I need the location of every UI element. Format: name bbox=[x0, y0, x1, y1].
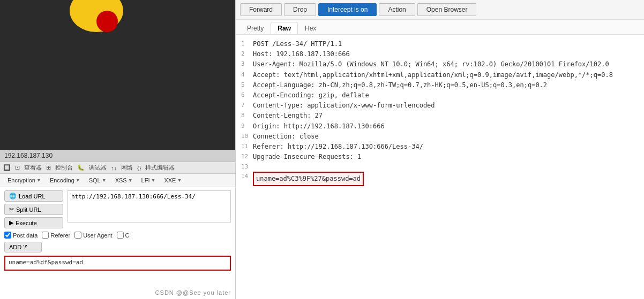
inspect-icon[interactable]: 🔲 bbox=[3, 164, 11, 171]
debug-icon[interactable]: 🐛 bbox=[77, 164, 85, 171]
right-panel: Forward Drop Intercept is on Action Open… bbox=[236, 0, 644, 299]
line-content: Accept: text/html,application/xhtml+xml,… bbox=[253, 70, 639, 80]
line-content: Content-Type: application/x-www-form-url… bbox=[253, 101, 639, 111]
console-icon[interactable]: ⊡ bbox=[15, 164, 20, 171]
control-icon[interactable]: ⊞ bbox=[46, 164, 51, 171]
request-line: 10Connection: close bbox=[241, 132, 639, 142]
line-content: Referer: http://192.168.187.130:666/Less… bbox=[253, 142, 639, 152]
xss-arrow: ▼ bbox=[128, 178, 133, 183]
load-split-buttons: 🌐 Load URL ✂ Split URL ▶ Execute bbox=[4, 190, 63, 228]
request-line: 8Content-Length: 27 bbox=[241, 111, 639, 121]
network-icon[interactable]: ↑↓ bbox=[111, 165, 117, 171]
line-number: 11 bbox=[241, 142, 253, 151]
intercept-button[interactable]: Intercept is on bbox=[318, 3, 377, 16]
encoding-menu[interactable]: Encoding ▼ bbox=[47, 176, 84, 185]
execute-button[interactable]: ▶ Execute bbox=[4, 217, 63, 228]
line-content: Content-Length: 27 bbox=[253, 111, 639, 121]
security-menu-bar: Encryption ▼ Encoding ▼ SQL ▼ XSS ▼ LFI … bbox=[0, 174, 235, 187]
c-checkbox-label[interactable]: C bbox=[117, 232, 130, 239]
line-content: Accept-Encoding: gzip, deflate bbox=[253, 90, 639, 101]
request-line: 5Accept-Language: zh-CN,zh;q=0.8,zh-TW;q… bbox=[241, 80, 639, 90]
browser-preview bbox=[0, 0, 235, 150]
referer-checkbox[interactable] bbox=[42, 232, 49, 239]
control-label[interactable]: 控制台 bbox=[55, 164, 73, 172]
line-number: 14 bbox=[241, 172, 253, 181]
line-number: 9 bbox=[241, 121, 253, 131]
checkboxes-row: Post data Referer User Agent C bbox=[4, 232, 231, 239]
request-line: 11Referer: http://192.168.187.130:666/Le… bbox=[241, 142, 639, 152]
request-line: 3User-Agent: Mozilla/5.0 (Windows NT 10.… bbox=[241, 59, 639, 70]
style-label[interactable]: 样式编辑器 bbox=[145, 164, 175, 172]
forward-button[interactable]: Forward bbox=[240, 3, 282, 16]
tab-hex[interactable]: Hex bbox=[298, 22, 323, 34]
ip-bar: 192.168.187.130 bbox=[0, 150, 235, 162]
devtools-toolbar: 🔲 ⊡ 查看器 ⊞ 控制台 🐛 调试器 ↑↓ 网络 {} 样式编辑器 bbox=[0, 162, 235, 174]
line-number: 10 bbox=[241, 132, 253, 141]
intercept-toolbar: Forward Drop Intercept is on Action Open… bbox=[236, 0, 644, 20]
request-line: 6Accept-Encoding: gzip, deflate bbox=[241, 90, 639, 101]
split-url-button[interactable]: ✂ Split URL bbox=[4, 204, 63, 215]
request-content: 1POST /Less-34/ HTTP/1.12Host: 192.168.1… bbox=[236, 35, 644, 299]
network-label[interactable]: 网络 bbox=[121, 164, 133, 172]
ip-address: 192.168.187.130 bbox=[4, 152, 53, 159]
post-data-checkbox[interactable] bbox=[4, 232, 11, 239]
line-number: 2 bbox=[241, 49, 253, 59]
url-area: 🌐 Load URL ✂ Split URL ▶ Execute http://… bbox=[0, 187, 235, 299]
line-number: 12 bbox=[241, 152, 253, 162]
open-browser-button[interactable]: Open Browser bbox=[417, 3, 477, 16]
load-url-icon: 🌐 bbox=[9, 193, 17, 200]
line-content: POST /Less-34/ HTTP/1.1 bbox=[253, 39, 639, 49]
line-number: 6 bbox=[241, 90, 253, 100]
encoding-arrow: ▼ bbox=[76, 178, 80, 183]
line-content: Host: 192.168.187.130:666 bbox=[253, 49, 639, 59]
sql-arrow: ▼ bbox=[102, 178, 107, 183]
user-agent-checkbox-label[interactable]: User Agent bbox=[74, 232, 112, 239]
encryption-arrow: ▼ bbox=[36, 178, 41, 183]
tab-pretty[interactable]: Pretty bbox=[240, 22, 271, 34]
line-number: 4 bbox=[241, 70, 253, 80]
drop-button[interactable]: Drop bbox=[284, 3, 316, 16]
watermark: CSDN @@See you later bbox=[155, 289, 231, 296]
view-tabs: Pretty Raw Hex bbox=[236, 20, 644, 35]
request-line: 14uname=ad%C3%9F%27&passwd=ad bbox=[241, 172, 639, 186]
line-content: Connection: close bbox=[253, 132, 639, 142]
add-button[interactable]: ADD '/' bbox=[4, 242, 42, 252]
line-content: User-Agent: Mozilla/5.0 (Windows NT 10.0… bbox=[253, 59, 639, 70]
post-data-box[interactable]: uname=ad%df&passwd=ad bbox=[4, 256, 231, 271]
action-button[interactable]: Action bbox=[379, 3, 415, 16]
xxe-arrow: ▼ bbox=[177, 178, 182, 183]
load-url-button[interactable]: 🌐 Load URL bbox=[4, 190, 63, 202]
request-line: 9Origin: http://192.168.187.130:666 bbox=[241, 121, 639, 132]
xss-menu[interactable]: XSS ▼ bbox=[112, 176, 136, 185]
encryption-menu[interactable]: Encryption ▼ bbox=[4, 176, 44, 185]
sql-menu[interactable]: SQL ▼ bbox=[86, 176, 110, 185]
highlighted-post-data: uname=ad%C3%9F%27&passwd=ad bbox=[253, 172, 364, 186]
debug-label[interactable]: 调试器 bbox=[89, 164, 107, 172]
lfi-arrow: ▼ bbox=[151, 178, 155, 183]
execute-icon: ▶ bbox=[9, 219, 13, 226]
left-panel: 192.168.187.130 🔲 ⊡ 查看器 ⊞ 控制台 🐛 调试器 ↑↓ 网… bbox=[0, 0, 236, 299]
xxe-menu[interactable]: XXE ▼ bbox=[161, 176, 185, 185]
tab-raw[interactable]: Raw bbox=[271, 22, 298, 34]
line-content: Origin: http://192.168.187.130:666 bbox=[253, 121, 639, 132]
post-data-value: uname=ad%df&passwd=ad bbox=[9, 259, 83, 266]
split-url-icon: ✂ bbox=[9, 206, 14, 213]
c-checkbox[interactable] bbox=[117, 232, 124, 239]
request-line: 1POST /Less-34/ HTTP/1.1 bbox=[241, 39, 639, 49]
request-line: 2Host: 192.168.187.130:666 bbox=[241, 49, 639, 59]
lfi-menu[interactable]: LFI ▼ bbox=[138, 176, 159, 185]
request-line: 12Upgrade-Insecure-Requests: 1 bbox=[241, 152, 639, 162]
referer-checkbox-label[interactable]: Referer bbox=[42, 232, 70, 239]
style-icon[interactable]: {} bbox=[137, 165, 141, 171]
line-content: Upgrade-Insecure-Requests: 1 bbox=[253, 152, 639, 162]
post-data-checkbox-label[interactable]: Post data bbox=[4, 232, 38, 239]
request-line: 4Accept: text/html,application/xhtml+xml… bbox=[241, 70, 639, 80]
request-line: 7Content-Type: application/x-www-form-ur… bbox=[241, 101, 639, 111]
console-label[interactable]: 查看器 bbox=[24, 164, 42, 172]
user-agent-checkbox[interactable] bbox=[74, 232, 81, 239]
line-number: 5 bbox=[241, 80, 253, 90]
line-number: 1 bbox=[241, 39, 253, 49]
url-input[interactable]: http://192.168.187.130:666/Less-34/ bbox=[68, 190, 231, 223]
line-number: 13 bbox=[241, 162, 253, 172]
line-content: Accept-Language: zh-CN,zh;q=0.8,zh-TW;q=… bbox=[253, 80, 639, 90]
